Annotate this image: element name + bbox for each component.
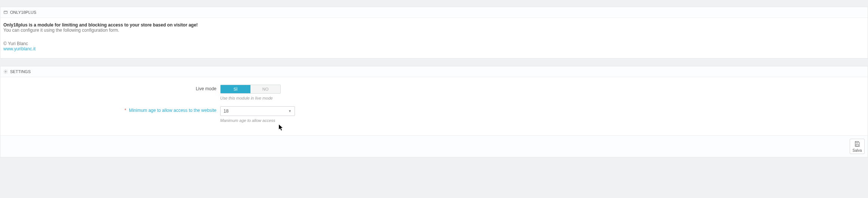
settings-panel-title: SETTINGS	[10, 69, 31, 74]
info-subline: You can configure it using the following…	[3, 28, 865, 33]
info-headline: Only18plus is a module for limiting and …	[3, 22, 865, 28]
min-age-value: 18	[224, 109, 228, 114]
live-mode-label: Live mode	[3, 85, 220, 91]
svg-rect-3	[856, 144, 858, 146]
info-panel: ONLY18PLUS Only18plus is a module for li…	[0, 7, 868, 59]
toggle-no[interactable]: NO	[250, 85, 280, 93]
save-button[interactable]: Salva	[850, 139, 865, 154]
toggle-yes[interactable]: SÌ	[221, 85, 250, 93]
author-link[interactable]: www.yuriblanc.it	[3, 46, 36, 51]
chevron-down-icon: ▼	[288, 109, 292, 113]
top-strip	[0, 0, 868, 7]
settings-panel-footer: Salva	[0, 135, 868, 157]
info-panel-heading: ONLY18PLUS	[0, 7, 868, 18]
live-mode-toggle[interactable]: SÌ NO	[220, 85, 281, 94]
min-age-row: * Minimum age to allow access to the web…	[3, 106, 865, 123]
settings-panel-body: Live mode SÌ NO Use this module in live …	[0, 77, 868, 135]
svg-rect-0	[4, 11, 7, 14]
save-icon	[850, 141, 864, 148]
min-age-select[interactable]: 18 ▼	[220, 106, 295, 116]
settings-panel: SETTINGS Live mode SÌ NO Use this module…	[0, 66, 868, 157]
settings-panel-heading: SETTINGS	[0, 66, 868, 77]
info-panel-title: ONLY18PLUS	[10, 10, 36, 15]
live-mode-help: Use this module in live mode	[220, 96, 865, 100]
gear-icon	[3, 69, 8, 74]
svg-point-2	[5, 71, 6, 72]
min-age-help: Manimum age to allow access	[220, 118, 865, 123]
info-panel-body: Only18plus is a module for limiting and …	[0, 18, 868, 58]
required-mark: *	[124, 108, 126, 113]
module-icon	[3, 10, 8, 15]
min-age-label-text: Minimum age to allow access to the websi…	[129, 108, 216, 113]
live-mode-row: Live mode SÌ NO Use this module in live …	[3, 85, 865, 100]
min-age-label: * Minimum age to allow access to the web…	[3, 106, 220, 113]
copyright-text: © Yuri Blanc	[3, 41, 865, 46]
save-button-label: Salva	[852, 148, 862, 153]
